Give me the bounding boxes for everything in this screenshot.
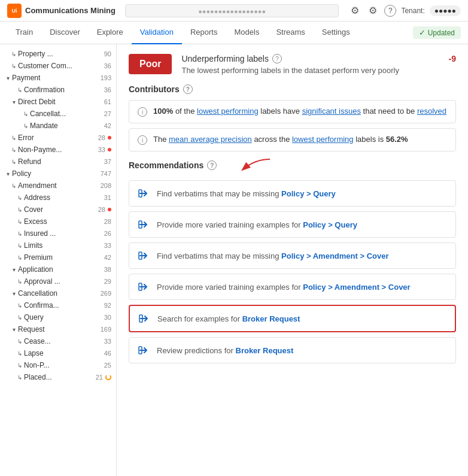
rec-arrow-icon-5	[138, 312, 151, 325]
url-bar[interactable]: ●●●●●●●●●●●●●●●●●	[125, 4, 339, 17]
sidebar-item[interactable]: ▾Request169	[0, 323, 116, 335]
underperforming-help-icon[interactable]: ?	[272, 54, 282, 63]
sidebar-item-count: 29	[104, 278, 111, 285]
recommendations-section: Recommendations ?	[129, 156, 456, 363]
help-icon[interactable]: ?	[384, 5, 396, 17]
sidebar-item[interactable]: ↳Placed...21	[0, 371, 116, 383]
nav-explore[interactable]: Explore	[89, 22, 132, 44]
sidebar-item[interactable]: ▾Policy747	[0, 168, 116, 180]
sidebar-item[interactable]: ↳Premium42	[0, 251, 116, 263]
nav-settings[interactable]: Settings	[314, 22, 358, 44]
rec-link-5: Broker Request	[242, 314, 300, 323]
significant-issues-link[interactable]: significant issues	[302, 107, 361, 116]
sidebar-item-count: 26	[104, 230, 111, 237]
sidebar-item[interactable]: ▾Payment193	[0, 72, 116, 84]
sidebar-item-label: Query	[24, 313, 102, 322]
settings-alt-icon[interactable]: ⚙	[366, 4, 379, 17]
rec-text-3: Find verbatims that may be missing Polic…	[157, 251, 389, 260]
recommendations-title-row: Recommendations ?	[129, 156, 456, 174]
sidebar-item-label: Cover	[24, 205, 96, 214]
sidebar-item[interactable]: ↳Approval ...29	[0, 275, 116, 287]
underperforming-title: Underperforming labels	[181, 54, 269, 63]
expand-icon: ↳	[17, 242, 23, 249]
lowest-performing-link-1[interactable]: lowest performing	[197, 107, 259, 116]
app-logo[interactable]: Ui Communications Mining	[7, 4, 116, 18]
nav-train[interactable]: Train	[7, 22, 41, 44]
sidebar-item[interactable]: ▾Application38	[0, 263, 116, 275]
sidebar-item-count: 61	[104, 98, 111, 105]
labels-have-text: labels have	[260, 107, 302, 116]
sidebar-item[interactable]: ↳Cancellat...27	[0, 108, 116, 120]
red-arrow-svg	[225, 156, 273, 174]
contributor-row-1: i 100% of the lowest performing labels h…	[129, 100, 456, 123]
tenant-label: Tenant:	[401, 7, 424, 15]
rec-row-1[interactable]: Find verbatims that may be missing Polic…	[129, 180, 456, 207]
expand-icon: ↳	[17, 219, 23, 225]
uipath-logo-icon: Ui	[7, 4, 22, 18]
rec-row-6[interactable]: Review predictions for Broker Request	[129, 337, 456, 363]
sidebar-item[interactable]: ▾Cancellation269	[0, 287, 116, 299]
sidebar-item-label: Non-Payme...	[18, 145, 96, 154]
expand-icon: ↳	[17, 374, 23, 381]
sidebar-item[interactable]: ↳Non-P...25	[0, 359, 116, 371]
sidebar-item-label: Cancellat...	[30, 110, 102, 118]
contributors-help-icon[interactable]: ?	[183, 84, 193, 94]
sidebar-item[interactable]: ↳Non-Payme...33	[0, 144, 116, 156]
info-icon-1: i	[138, 107, 147, 117]
sidebar-item[interactable]: ↳Confirma...92	[0, 299, 116, 311]
underperforming-desc: The lowest performing labels in the data…	[181, 66, 456, 75]
rec-row-5[interactable]: Search for examples for Broker Request	[129, 305, 456, 332]
sidebar-item-label: Insured ...	[24, 229, 102, 238]
sidebar-item-count: 193	[101, 74, 111, 81]
lowest-performing-link-2[interactable]: lowest performing	[292, 135, 354, 144]
sidebar-item[interactable]: ↳Limits33	[0, 239, 116, 251]
contributor-text-2: The mean average precision across the lo…	[153, 135, 408, 144]
nav-validation[interactable]: Validation	[132, 22, 182, 44]
sidebar-item[interactable]: ↳Query30	[0, 311, 116, 323]
nav-discover[interactable]: Discover	[41, 22, 89, 44]
expand-icon: ▾	[5, 171, 11, 177]
sidebar-item[interactable]: ↳Lapse46	[0, 347, 116, 359]
sidebar-item[interactable]: ↳Mandate42	[0, 120, 116, 132]
nav-streams[interactable]: Streams	[268, 22, 313, 44]
sidebar-item-label: Property ...	[18, 50, 102, 58]
label-card: Poor Underperforming labels ? -9 The low…	[129, 54, 456, 75]
sidebar-item[interactable]: ↳Address31	[0, 192, 116, 204]
rec-arrow-icon-4	[138, 280, 151, 293]
sidebar-item[interactable]: ↳Property ...90	[0, 48, 116, 60]
sidebar-item[interactable]: ↳Refund37	[0, 156, 116, 168]
status-dot-spinner	[105, 374, 111, 380]
recommendations-help-icon[interactable]: ?	[207, 160, 217, 170]
settings-icon[interactable]: ⚙	[348, 4, 361, 17]
nav-models[interactable]: Models	[226, 22, 268, 44]
sidebar-item-label: Direct Debit	[18, 98, 102, 106]
sidebar-item[interactable]: ↳Amendment208	[0, 180, 116, 192]
sidebar-item-label: Placed...	[24, 373, 93, 381]
updated-badge: ✓ Updated	[413, 26, 461, 39]
sidebar-item-label: Payment	[12, 74, 98, 82]
rec-row-2[interactable]: Provide more varied training examples fo…	[129, 211, 456, 238]
nav-reports[interactable]: Reports	[182, 22, 226, 44]
expand-icon: ↳	[11, 135, 17, 141]
sidebar-item-label: Non-P...	[24, 361, 102, 369]
sidebar-item[interactable]: ▾Direct Debit61	[0, 96, 116, 108]
sidebar-item[interactable]: ↳Customer Com...36	[0, 60, 116, 72]
resolved-link[interactable]: resolved	[417, 107, 446, 116]
sidebar-item-count: 46	[104, 350, 111, 357]
sidebar-item[interactable]: ↳Insured ...26	[0, 228, 116, 239]
sidebar-item[interactable]: ↳Cover28	[0, 204, 116, 216]
sidebar-item-count: 208	[101, 182, 111, 189]
rec-link-1: Policy > Query	[281, 189, 336, 198]
label-info: Underperforming labels ? -9 The lowest p…	[181, 54, 456, 75]
sidebar-item[interactable]: ↳Confirmation36	[0, 84, 116, 96]
updated-text: Updated	[428, 29, 455, 37]
sidebar-item-label: Cease...	[24, 337, 102, 345]
sidebar-item-count: 28	[98, 206, 105, 213]
mean-avg-precision-link[interactable]: mean average precision	[169, 135, 252, 144]
sidebar-item-label: Confirmation	[24, 86, 102, 94]
sidebar-item[interactable]: ↳Cease...33	[0, 335, 116, 347]
sidebar-item[interactable]: ↳Excess28	[0, 216, 116, 228]
rec-row-4[interactable]: Provide more varied training examples fo…	[129, 274, 456, 300]
sidebar-item[interactable]: ↳Error28	[0, 132, 116, 144]
rec-row-3[interactable]: Find verbatims that may be missing Polic…	[129, 242, 456, 269]
